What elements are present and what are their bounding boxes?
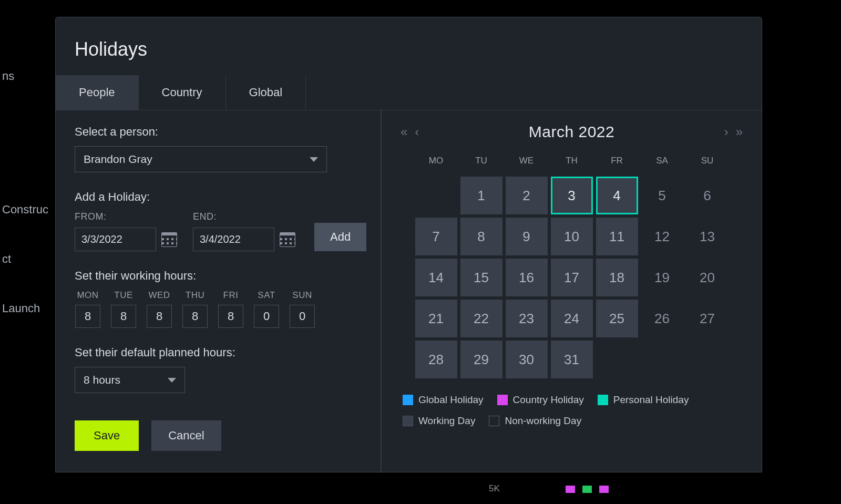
end-label: END: <box>193 211 295 222</box>
calendar-day[interactable]: 2 <box>506 177 548 214</box>
hours-input[interactable]: 8 <box>147 305 172 328</box>
calendar-day[interactable]: 13 <box>686 218 729 255</box>
day-column: FRI8 <box>218 290 244 328</box>
legend-swatch-working <box>403 416 413 426</box>
modal-title: Holidays <box>56 17 762 75</box>
hours-input[interactable]: 0 <box>290 305 315 328</box>
hours-input[interactable]: 8 <box>182 305 208 328</box>
calendar-day[interactable]: 27 <box>686 300 729 337</box>
legend-label: Working Day <box>418 415 475 427</box>
calendar-day[interactable]: 12 <box>641 218 683 255</box>
person-select-value: Brandon Gray <box>84 153 152 166</box>
cancel-button[interactable]: Cancel <box>151 420 221 451</box>
bg-left-item: Launch <box>0 294 48 323</box>
day-label: SUN <box>292 290 312 301</box>
save-button[interactable]: Save <box>75 420 139 451</box>
dow-header: FR <box>596 151 638 173</box>
legend-swatch-personal <box>598 395 608 405</box>
dow-header: SU <box>686 151 729 173</box>
chevron-down-icon <box>310 157 318 162</box>
prev-year-icon[interactable]: « <box>401 125 407 139</box>
add-button[interactable]: Add <box>314 223 366 251</box>
select-person-label: Select a person: <box>75 125 362 139</box>
day-label: THU <box>186 290 204 301</box>
working-hours-row: MON8TUE8WED8THU8FRI8SAT0SUN0 <box>75 290 362 328</box>
dow-header: TU <box>460 151 502 173</box>
calendar-day[interactable]: 1 <box>460 177 502 214</box>
tabs: People Country Global <box>56 75 762 110</box>
calendar-day[interactable]: 30 <box>506 341 548 378</box>
person-select[interactable]: Brandon Gray <box>75 146 327 172</box>
day-label: TUE <box>114 290 133 301</box>
chevron-down-icon <box>168 378 176 383</box>
tab-country[interactable]: Country <box>139 75 226 110</box>
calendar-icon[interactable] <box>280 232 295 247</box>
calendar-day[interactable]: 31 <box>551 341 593 378</box>
dow-header: MO <box>415 151 457 173</box>
legend-swatch-nonworking <box>489 416 499 426</box>
right-column: « ‹ March 2022 › » MOTUWETHFRSASU1234567… <box>382 110 762 472</box>
bg-bottom-axis: 5K <box>489 484 609 494</box>
calendar-icon[interactable] <box>161 232 177 247</box>
bg-left-item: Construc <box>0 196 48 224</box>
add-holiday-label: Add a Holiday: <box>75 190 362 204</box>
legend-label: Non-working Day <box>505 415 581 427</box>
calendar-day[interactable]: 25 <box>596 300 638 337</box>
calendar-day[interactable]: 20 <box>686 259 729 296</box>
hours-input[interactable]: 0 <box>254 305 279 328</box>
calendar-day[interactable]: 18 <box>596 259 638 296</box>
calendar-day[interactable]: 4 <box>596 177 638 214</box>
calendar-day[interactable]: 7 <box>415 218 457 255</box>
day-label: FRI <box>223 290 239 301</box>
dow-header: SA <box>641 151 683 173</box>
calendar-day[interactable]: 11 <box>596 218 638 255</box>
calendar-day[interactable]: 3 <box>551 177 593 214</box>
calendar-day[interactable]: 19 <box>641 259 683 296</box>
next-year-icon[interactable]: » <box>736 125 743 139</box>
calendar-day[interactable]: 29 <box>460 341 502 378</box>
legend-label: Global Holiday <box>418 394 484 406</box>
hours-input[interactable]: 8 <box>218 305 243 328</box>
legend-swatch-global <box>403 395 413 405</box>
calendar-day[interactable]: 14 <box>415 259 457 296</box>
calendar-day[interactable]: 9 <box>506 218 548 255</box>
end-date-input[interactable]: 3/4/2022 <box>193 228 274 251</box>
calendar-day[interactable]: 5 <box>641 177 683 214</box>
day-label: SAT <box>258 290 275 301</box>
legend-label: Country Holiday <box>513 394 584 406</box>
calendar-day[interactable]: 21 <box>415 300 457 337</box>
bg-left-item: ns <box>0 62 48 90</box>
calendar-day[interactable]: 6 <box>686 177 729 214</box>
calendar-day[interactable]: 22 <box>460 300 502 337</box>
day-column: WED8 <box>146 290 172 328</box>
planned-hours-select[interactable]: 8 hours <box>75 367 185 393</box>
calendar-grid: MOTUWETHFRSASU12345678910111213141516171… <box>401 151 743 378</box>
bg-left-item: ct <box>0 245 48 273</box>
prev-month-icon[interactable]: ‹ <box>415 125 419 139</box>
calendar-day[interactable]: 16 <box>506 259 548 296</box>
calendar-day[interactable]: 26 <box>641 300 683 337</box>
calendar-title: March 2022 <box>529 123 614 141</box>
day-column: SUN0 <box>289 290 315 328</box>
from-date-input[interactable]: 3/3/2022 <box>75 228 156 251</box>
next-month-icon[interactable]: › <box>724 125 729 139</box>
calendar-day[interactable]: 8 <box>460 218 502 255</box>
calendar-day[interactable]: 24 <box>551 300 593 337</box>
dow-header: WE <box>506 151 548 173</box>
calendar-day[interactable]: 10 <box>551 218 593 255</box>
day-column: SAT0 <box>253 290 280 328</box>
hours-input[interactable]: 8 <box>75 305 100 328</box>
legend-swatch-country <box>497 395 508 405</box>
tab-global[interactable]: Global <box>226 75 306 110</box>
planned-hours-label: Set their default planned hours: <box>75 346 362 359</box>
calendar-day[interactable]: 28 <box>415 341 457 378</box>
calendar-day[interactable]: 15 <box>460 259 502 296</box>
from-label: FROM: <box>75 211 177 222</box>
bg-left-list: ns Construc ct Launch <box>0 0 48 323</box>
calendar-day[interactable]: 23 <box>506 300 548 337</box>
hours-input[interactable]: 8 <box>111 305 136 328</box>
day-column: MON8 <box>75 290 101 328</box>
calendar-day[interactable]: 17 <box>551 259 593 296</box>
planned-hours-value: 8 hours <box>84 374 120 386</box>
tab-people[interactable]: People <box>56 75 139 110</box>
